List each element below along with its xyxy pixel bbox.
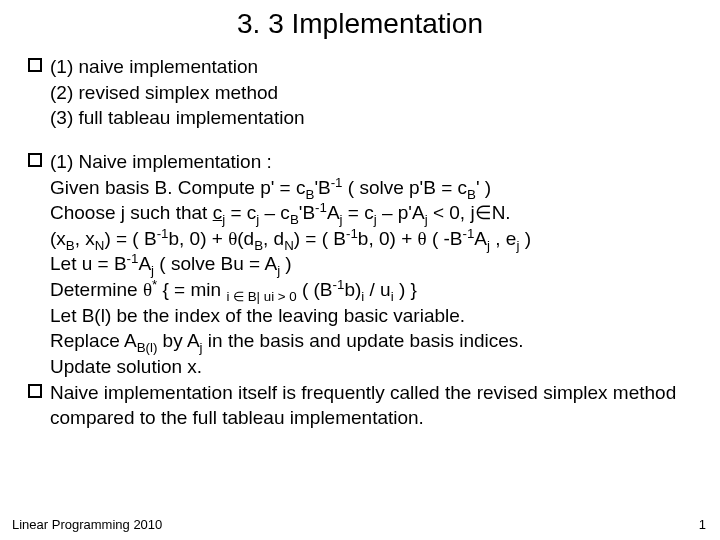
list-item: Determine θ* { = min i ∈ B| ui > 0 ( (B-… — [28, 277, 692, 303]
superscript: -1 — [463, 226, 475, 241]
list-item: Replace AB(l) by Aj in the basis and upd… — [28, 328, 692, 354]
text: / u — [364, 279, 390, 300]
text: – c — [259, 202, 290, 223]
list-item: Update solution x. — [28, 354, 692, 380]
block-methods-list: (1) naive implementation (2) revised sim… — [28, 54, 692, 131]
subscript: B — [290, 212, 299, 227]
text: Let u = B — [50, 253, 127, 274]
text: (1) Naive implementation : — [50, 151, 272, 172]
text: Choose j such that — [50, 202, 213, 223]
text: Update solution x. — [50, 356, 202, 377]
text: ( solve Bu = A — [154, 253, 277, 274]
text: (1) naive implementation — [50, 56, 258, 77]
text: (2) revised simplex method — [50, 82, 278, 103]
slide: 3. 3 Implementation (1) naive implementa… — [0, 0, 720, 540]
text: = c — [225, 202, 256, 223]
subscript: N — [284, 238, 294, 253]
superscript: -1 — [315, 200, 327, 215]
text: Determine — [50, 279, 143, 300]
text: Given basis B. Compute p' = c — [50, 177, 306, 198]
text: b, 0) + — [358, 228, 418, 249]
list-item: (xB, xN) = ( B-1b, 0) + θ(dB, dN) = ( B-… — [28, 226, 692, 252]
text: , e — [490, 228, 516, 249]
text: 'B — [299, 202, 315, 223]
text: A — [138, 253, 151, 274]
list-item: (1) naive implementation — [28, 54, 692, 80]
text: ( (B — [297, 279, 333, 300]
symbol-theta: θ — [143, 279, 152, 300]
text: b) — [344, 279, 361, 300]
superscript: -1 — [331, 174, 343, 189]
symbol-in: ∈ — [475, 202, 492, 223]
list-item: Let u = B-1Aj ( solve Bu = Aj ) — [28, 251, 692, 277]
text-underline: c — [213, 202, 223, 223]
bullet-square-icon — [28, 153, 42, 167]
text: ) = ( B — [104, 228, 156, 249]
text: Naive implementation itself is frequentl… — [50, 382, 676, 429]
text: < 0, j — [428, 202, 475, 223]
text: , x — [75, 228, 95, 249]
text: Replace A — [50, 330, 137, 351]
superscript: -1 — [333, 277, 345, 292]
text: { = min — [157, 279, 226, 300]
text: A — [474, 228, 487, 249]
list-item: Choose j such that cj = cj – cB'B-1Aj = … — [28, 200, 692, 226]
text: Let B(l) be the index of the leaving bas… — [50, 305, 465, 326]
text: ( -B — [427, 228, 463, 249]
text: , d — [263, 228, 284, 249]
list-item: Let B(l) be the index of the leaving bas… — [28, 303, 692, 329]
subscript: B(l) — [137, 340, 158, 355]
subscript: N — [95, 238, 105, 253]
superscript: -1 — [346, 226, 358, 241]
text: (d — [237, 228, 254, 249]
text: 'B — [314, 177, 330, 198]
subscript: B — [467, 186, 476, 201]
superscript: -1 — [157, 226, 169, 241]
text: ) — [519, 228, 531, 249]
list-item: (1) Naive implementation : — [28, 149, 692, 175]
text: ) } — [394, 279, 417, 300]
text: in the basis and update basis indices. — [203, 330, 524, 351]
bullet-square-icon — [28, 384, 42, 398]
list-item: (3) full tableau implementation — [28, 105, 692, 131]
text: ( solve p'B = c — [343, 177, 468, 198]
subscript: B — [66, 238, 75, 253]
block-naive-impl: (1) Naive implementation : Given basis B… — [28, 149, 692, 431]
text: – p'A — [377, 202, 425, 223]
slide-content: (1) naive implementation (2) revised sim… — [28, 54, 692, 431]
list-item: (2) revised simplex method — [28, 80, 692, 106]
text: by A — [157, 330, 199, 351]
footer-text: Linear Programming 2010 — [12, 517, 162, 532]
page-number: 1 — [699, 517, 706, 532]
text: = c — [343, 202, 374, 223]
text: (x — [50, 228, 66, 249]
text: N. — [492, 202, 511, 223]
text: b, 0) + — [168, 228, 228, 249]
symbol-theta: θ — [228, 228, 237, 249]
list-item: Naive implementation itself is frequentl… — [28, 380, 692, 431]
subscript: B — [254, 238, 263, 253]
text: A — [327, 202, 340, 223]
list-item: Given basis B. Compute p' = cB'B-1 ( sol… — [28, 175, 692, 201]
text: ) = ( B — [294, 228, 346, 249]
bullet-square-icon — [28, 58, 42, 72]
text: (3) full tableau implementation — [50, 107, 305, 128]
subscript-condition: i ∈ B| ui > 0 — [226, 289, 296, 304]
slide-title: 3. 3 Implementation — [28, 8, 692, 40]
text: ' ) — [476, 177, 491, 198]
symbol-theta: θ — [418, 228, 427, 249]
text: ) — [280, 253, 292, 274]
superscript: -1 — [127, 251, 139, 266]
